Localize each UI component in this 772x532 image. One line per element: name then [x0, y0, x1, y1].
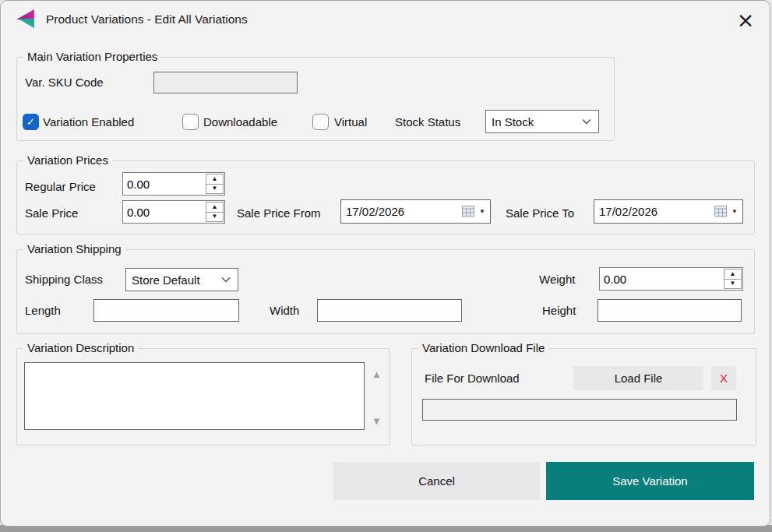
sale-price-from-datepicker[interactable]: 17/02/2026 ▼ [340, 199, 491, 224]
title-bar: Product Variations - Edit All Variations… [1, 1, 770, 38]
height-label: Height [542, 302, 576, 319]
close-icon[interactable]: × [732, 6, 759, 33]
spin-down-icon[interactable]: ▼ [206, 185, 223, 194]
scroll-down-icon[interactable]: ▼ [372, 416, 382, 426]
variation-enabled-label: Variation Enabled [43, 114, 134, 131]
length-input[interactable] [93, 299, 239, 322]
length-label: Length [25, 302, 61, 319]
window-title: Product Variations - Edit All Variations [46, 1, 248, 38]
app-logo-icon [14, 8, 37, 30]
sku-input[interactable] [153, 72, 298, 93]
regular-price-spin-buttons: ▲ ▼ [206, 174, 224, 194]
sale-price-spin-buttons: ▲ ▼ [206, 202, 224, 222]
width-label: Width [270, 302, 299, 319]
regular-price-label: Regular Price [25, 178, 96, 196]
cancel-button[interactable]: Cancel [333, 462, 540, 500]
calendar-icon [714, 206, 728, 217]
stock-status-label: Stock Status [395, 114, 460, 131]
sale-price-input[interactable] [123, 201, 205, 223]
stock-status-value: In Stock [492, 115, 534, 129]
download-file-legend: Variation Download File [418, 340, 548, 356]
prices-group: Variation Prices Regular Price ▲ ▼ Sale … [16, 160, 755, 234]
sale-price-spinner: ▲ ▼ [122, 200, 225, 224]
shipping-legend: Variation Shipping [23, 241, 125, 257]
downloadable-label: Downloadable [203, 114, 277, 131]
width-input[interactable] [317, 299, 462, 322]
chevron-down-icon [582, 118, 591, 125]
spin-down-icon[interactable]: ▼ [724, 280, 741, 289]
sale-price-from-value: 17/02/2026 [346, 205, 462, 218]
weight-label: Weight [539, 271, 575, 288]
shipping-group: Variation Shipping Shipping Class Store … [16, 249, 755, 334]
virtual-checkbox[interactable]: ✓ [312, 114, 329, 130]
sale-price-label: Sale Price [25, 205, 78, 222]
spin-up-icon[interactable]: ▲ [206, 174, 223, 185]
calendar-icon [462, 206, 475, 217]
load-file-button[interactable]: Load File [573, 366, 703, 390]
sale-price-to-value: 17/02/2026 [599, 205, 714, 218]
save-variation-button[interactable]: Save Variation [546, 462, 754, 500]
sale-price-to-datepicker[interactable]: 17/02/2026 ▼ [594, 199, 743, 224]
spin-up-icon[interactable]: ▲ [206, 203, 223, 213]
main-properties-group: Main Variation Properties Var. SKU Code … [16, 57, 615, 141]
height-input[interactable] [598, 299, 742, 322]
shipping-class-select[interactable]: Store Default [125, 268, 238, 291]
weight-spinner: ▲ ▼ [599, 267, 743, 291]
dropdown-caret-icon: ▼ [731, 208, 738, 215]
shipping-class-label: Shipping Class [25, 271, 103, 288]
spin-up-icon[interactable]: ▲ [724, 270, 741, 280]
product-variations-dialog: Product Variations - Edit All Variations… [0, 0, 770, 527]
variation-enabled-checkbox[interactable]: ✓ [23, 114, 39, 130]
download-file-group: Variation Download File File For Downloa… [411, 348, 756, 446]
stock-status-select[interactable]: In Stock [485, 110, 599, 133]
regular-price-input[interactable] [123, 173, 205, 195]
description-textarea[interactable] [24, 362, 365, 430]
dropdown-caret-icon: ▼ [479, 208, 485, 215]
sale-price-from-label: Sale Price From [237, 205, 321, 222]
virtual-label: Virtual [334, 114, 367, 131]
weight-spin-buttons: ▲ ▼ [724, 269, 742, 289]
sku-label: Var. SKU Code [25, 74, 104, 91]
file-for-download-label: File For Download [425, 370, 520, 387]
file-path-input[interactable] [422, 399, 737, 421]
scroll-up-icon[interactable]: ▲ [372, 369, 382, 379]
description-legend: Variation Description [23, 340, 138, 356]
shipping-class-value: Store Default [132, 273, 200, 287]
chevron-down-icon [221, 277, 231, 283]
sale-price-to-label: Sale Price To [506, 205, 574, 222]
weight-input[interactable] [600, 268, 723, 290]
check-icon: ✓ [26, 117, 35, 127]
clear-file-button[interactable]: X [711, 366, 736, 390]
prices-legend: Variation Prices [23, 153, 112, 168]
description-group: Variation Description ▲ ▼ [16, 348, 390, 446]
downloadable-checkbox[interactable]: ✓ [182, 114, 199, 130]
regular-price-spinner: ▲ ▼ [122, 172, 225, 196]
spin-down-icon[interactable]: ▼ [206, 213, 223, 222]
main-properties-legend: Main Variation Properties [23, 49, 161, 65]
